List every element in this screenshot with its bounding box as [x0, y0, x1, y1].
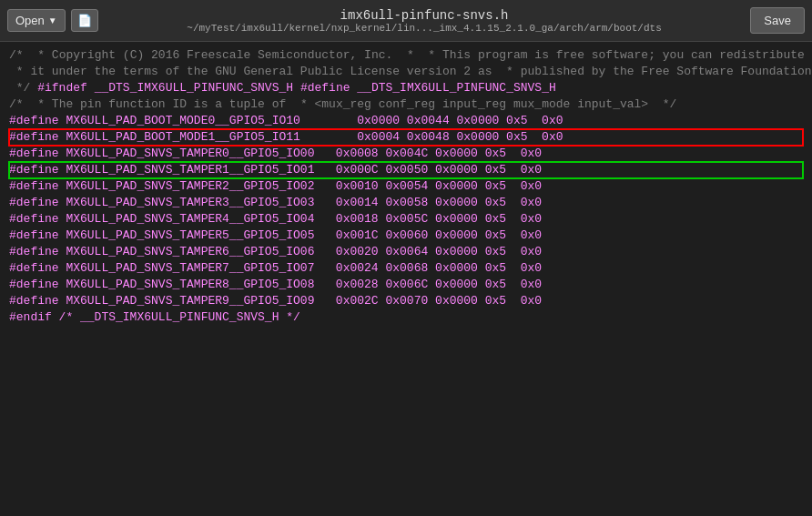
code-line-10: /* — [9, 97, 24, 111]
code-line-24: #define MX6ULL_PAD_SNVS_TAMPER8__GPIO5_I… — [9, 278, 542, 291]
code-line-16: #define MX6ULL_PAD_SNVS_TAMPER0__GPIO5_I… — [9, 147, 542, 160]
code-line-2: * — [400, 48, 414, 62]
code-line-17: #define MX6ULL_PAD_SNVS_TAMPER1__GPIO5_I… — [9, 162, 803, 178]
code-line-13: */ — [655, 97, 676, 111]
code-line-20: #define MX6ULL_PAD_SNVS_TAMPER4__GPIO5_I… — [9, 212, 542, 226]
code-line-14: #define MX6ULL_PAD_BOOT_MODE0__GPIO5_IO1… — [9, 114, 563, 127]
code-line-23: #define MX6ULL_PAD_SNVS_TAMPER7__GPIO5_I… — [9, 261, 542, 275]
code-line-11: * The pin function ID is a tuple of — [30, 97, 286, 111]
code-line-25: #define MX6ULL_PAD_SNVS_TAMPER9__GPIO5_I… — [9, 294, 542, 308]
file-title: imx6ull-pinfunc-snvs.h — [98, 8, 751, 23]
open-label: Open — [15, 14, 45, 27]
titlebar-left: Open ▼ 📄 — [7, 9, 98, 32]
titlebar-center: imx6ull-pinfunc-snvs.h ~/myTest/imx6ull/… — [98, 8, 751, 34]
code-line-4: * it under the terms of the GNU General … — [9, 65, 492, 78]
open-button[interactable]: Open ▼ — [7, 9, 66, 32]
file-icon-button[interactable]: 📄 — [71, 9, 98, 32]
chevron-down-icon: ▼ — [48, 15, 57, 25]
code-line-22: #define MX6ULL_PAD_SNVS_TAMPER6__GPIO5_I… — [9, 245, 542, 258]
code-line-19: #define MX6ULL_PAD_SNVS_TAMPER3__GPIO5_I… — [9, 196, 542, 209]
code-line-27: #endif /* __DTS_IMX6ULL_PINFUNC_SNVS_H *… — [9, 310, 300, 324]
code-line-21: #define MX6ULL_PAD_SNVS_TAMPER5__GPIO5_I… — [9, 228, 542, 242]
code-line-12: * <mux_reg conf_reg input_reg mux_mode i… — [293, 97, 648, 111]
code-line-9: #define __DTS_IMX6ULL_PINFUNC_SNVS_H — [300, 81, 556, 95]
file-path: ~/myTest/imx6ull/kernel/nxp_kernel/lin..… — [98, 23, 751, 34]
code-line-3: * This program is free software; you can… — [421, 48, 812, 62]
code-line-0: /* — [9, 48, 24, 62]
code-line-15: #define MX6ULL_PAD_BOOT_MODE1__GPIO5_IO1… — [9, 129, 803, 146]
code-line-18: #define MX6ULL_PAD_SNVS_TAMPER2__GPIO5_I… — [9, 179, 542, 193]
titlebar: Open ▼ 📄 imx6ull-pinfunc-snvs.h ~/myTest… — [0, 0, 812, 42]
code-line-8: #ifndef __DTS_IMX6ULL_PINFUNC_SNVS_H — [37, 81, 293, 95]
code-line-1: * Copyright (C) 2016 Freescale Semicondu… — [30, 48, 392, 62]
file-icon: 📄 — [77, 14, 92, 27]
code-line-6: */ — [9, 81, 30, 95]
code-area: /* * Copyright (C) 2016 Freescale Semico… — [0, 42, 812, 516]
code-line-5: * published by the Free Software Foundat… — [499, 65, 812, 78]
save-button[interactable]: Save — [750, 7, 805, 34]
